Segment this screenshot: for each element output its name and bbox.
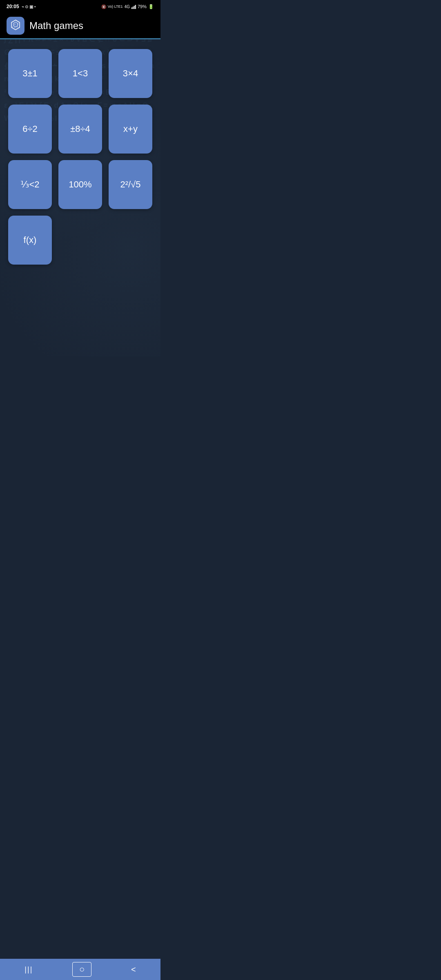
game-card-pm-divide[interactable]: ±8÷4 xyxy=(58,105,102,154)
game-card-label-powers: 2²/√5 xyxy=(120,179,141,190)
svg-text:2: 2 xyxy=(12,26,13,28)
time-display: 20:05 xyxy=(7,4,19,9)
carrier-label: Vo) LTE1 xyxy=(108,4,123,9)
svg-text:7: 7 xyxy=(14,23,16,26)
game-card-functions[interactable]: f(x) xyxy=(8,216,52,265)
game-card-less-than[interactable]: 1<3 xyxy=(58,49,102,98)
app-bar: 7 2 5 4 3 Math games xyxy=(0,13,160,39)
game-card-label-fractions: ⅓<2 xyxy=(20,179,39,190)
game-card-label-algebra: x+y xyxy=(123,124,138,134)
app-title: Math games xyxy=(29,20,83,31)
game-card-powers[interactable]: 2²/√5 xyxy=(109,160,152,209)
game-card-multiply[interactable]: 3×4 xyxy=(109,49,152,98)
game-card-divide[interactable]: 6÷2 xyxy=(8,105,52,154)
game-card-plus-minus[interactable]: 3±1 xyxy=(8,49,52,98)
game-card-label-pm-divide: ±8÷4 xyxy=(70,124,90,134)
network-label: 4G xyxy=(125,4,130,9)
game-card-label-functions: f(x) xyxy=(24,235,37,245)
status-icons: ⌁ ⊙ ▣ • xyxy=(22,4,36,9)
battery-level: 79% xyxy=(138,4,147,9)
battery-icon: 🔋 xyxy=(148,4,154,9)
game-card-fractions[interactable]: ⅓<2 xyxy=(8,160,52,209)
game-card-algebra[interactable]: x+y xyxy=(109,105,152,154)
game-card-label-percent: 100% xyxy=(69,179,91,190)
mute-icon: 🔇 xyxy=(101,4,106,9)
game-card-label-plus-minus: 3±1 xyxy=(22,68,38,79)
games-grid: 3±11<33×46÷2±8÷4x+y⅓<2100%2²/√5f(x) xyxy=(0,39,160,274)
app-icon: 7 2 5 4 3 xyxy=(7,17,24,35)
game-card-label-multiply: 3×4 xyxy=(123,68,138,79)
signal-bars xyxy=(131,4,136,9)
game-card-label-divide: 6÷2 xyxy=(22,124,38,134)
app-logo-icon: 7 2 5 4 3 xyxy=(9,19,22,32)
status-bar: 20:05 ⌁ ⊙ ▣ • 🔇 Vo) LTE1 4G 79% 🔋 xyxy=(0,0,160,13)
game-card-label-less-than: 1<3 xyxy=(73,68,88,79)
svg-text:4: 4 xyxy=(17,26,18,28)
svg-text:3: 3 xyxy=(18,23,19,25)
status-time: 20:05 ⌁ ⊙ ▣ • xyxy=(7,4,36,9)
game-card-percent[interactable]: 100% xyxy=(58,160,102,209)
status-right-icons: 🔇 Vo) LTE1 4G 79% 🔋 xyxy=(101,4,154,9)
svg-marker-0 xyxy=(11,20,20,30)
